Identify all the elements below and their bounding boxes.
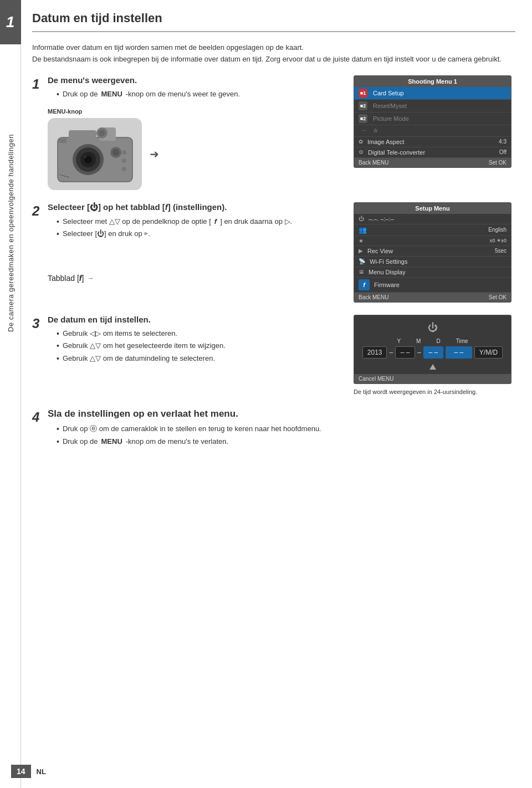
menu-item-tele-converter[interactable]: ⚙ Digital Tele-converter Off: [354, 147, 511, 158]
setup-icon-recview: ▶: [359, 248, 363, 254]
step-3-title: De datum en tijd instellen.: [48, 315, 345, 324]
setup-item-brightness[interactable]: ★ ±0 ☀±0: [354, 236, 511, 246]
step-1-bullets: Druk op de MENU-knop om de menu's weer t…: [48, 88, 345, 100]
page-lang: NL: [37, 767, 46, 776]
menu-item-reset[interactable]: ■2 Reset/Myset: [354, 100, 511, 112]
menu-icon-1: ■1: [359, 89, 367, 98]
menu-item-card-setup[interactable]: ■1 Card Setup: [354, 87, 511, 100]
step-2-bullets: Selecteer met △▽ op de pendelknop de opt…: [48, 216, 345, 241]
label-time: Time: [456, 338, 468, 344]
step-4-bullet-1: Druk op de MENU-knop om de menu's te ver…: [57, 436, 515, 448]
label-d: D: [436, 338, 440, 344]
step-3-bullet-0: Gebruik ◁▷ om items te selecteren.: [57, 328, 345, 340]
datetime-arrows: [377, 363, 488, 371]
step-1-panel: Shooting Menu 1 ■1 Card Setup ■2 Reset/M…: [354, 75, 515, 168]
datetime-cancel[interactable]: Cancel MENU: [359, 376, 393, 382]
menu-label-image-aspect: Image Aspect: [367, 139, 494, 145]
setup-item-recview[interactable]: ▶ Rec View 5sec: [354, 246, 511, 257]
sidebar-chapter-label: De camera gereedmaken en opeenvolgende h…: [0, 66, 21, 399]
step-1: 1 De menu's weergeven. Druk op de MENU-k…: [32, 75, 515, 190]
menu-icon-div: ⋯: [359, 127, 369, 135]
datetime-month[interactable]: – –: [395, 346, 415, 359]
datetime-day[interactable]: – –: [423, 346, 443, 359]
intro-text: Informatie over datum en tijd worden sam…: [32, 42, 515, 65]
svg-marker-18: [429, 364, 436, 370]
sidebar: 1 De camera gereedmaken en opeenvolgende…: [0, 0, 21, 788]
step-4-number: 4: [32, 410, 48, 425]
step-3-number: 3: [32, 316, 48, 331]
step-4-bullet-0: Druk op ⓔ om de cameraklok in te stellen…: [57, 423, 515, 435]
setup-item-firmware[interactable]: f Firmware: [354, 278, 511, 293]
step-4-body: Sla de instellingen op en verlaat het me…: [48, 408, 515, 448]
step-1-bullet-0: Druk op de MENU-knop om de menu's weer t…: [57, 88, 345, 100]
datetime-footer: Cancel MENU: [354, 374, 511, 383]
svg-rect-2: [69, 130, 96, 140]
page-footer: 14 NL: [11, 765, 46, 778]
step-2-panel: Setup Menu ⏻ –.–. –:–:– 👥 English ★: [354, 202, 515, 303]
menu-label-tele-converter: Digital Tele-converter: [368, 149, 495, 156]
step-3-panel: ⏻ Y M D Time 2013 – – – – – – – – Y: [354, 315, 515, 397]
setup-menu-footer: Back MENU Set OK: [354, 293, 511, 302]
datetime-format[interactable]: Y/M/D: [474, 346, 503, 359]
setup-label-menu-display: Menu Display: [369, 269, 507, 275]
step-2-bullet-0: Selecteer met △▽ op de pendelknop de opt…: [57, 216, 345, 228]
shooting-menu-footer: Back MENU Set OK: [354, 158, 511, 167]
tabblad-text: Tabblad [f]: [48, 274, 84, 283]
setup-footer-back: Back MENU: [359, 294, 388, 300]
page-number: 14: [11, 765, 31, 778]
menu-value-image-aspect: 4:3: [499, 139, 507, 145]
sep-1: –: [389, 349, 393, 356]
datetime-year[interactable]: 2013: [362, 346, 387, 359]
setup-label-wifi: Wi-Fi Settings: [370, 258, 507, 265]
step-4-bullets: Druk op ⓔ om de cameraklok in te stellen…: [48, 423, 515, 448]
tabblad-label-row: Tabblad [f] →: [48, 274, 345, 283]
setup-item-clock[interactable]: ⏻ –.–. –:–:–: [354, 214, 511, 224]
menu-knop-label: MENU-knop: [48, 108, 82, 115]
setup-menu-title: Setup Menu: [354, 203, 511, 214]
label-y: Y: [397, 338, 401, 344]
svg-point-10: [112, 149, 119, 156]
svg-point-8: [84, 156, 86, 158]
menu-icon-tele: ⚙: [359, 149, 364, 155]
setup-label-firmware: Firmware: [374, 282, 507, 288]
step-3-bullet-1: Gebruik △▽ om het geselecteerde item te …: [57, 340, 345, 352]
tabblad-arrow: →: [87, 274, 94, 282]
datetime-time[interactable]: – –: [446, 346, 472, 359]
menu-item-picture-mode[interactable]: ■2 Picture Mode: [354, 112, 511, 125]
menu-item-divider: ⋯ ☆: [354, 125, 511, 137]
label-m: M: [416, 338, 421, 344]
datetime-column-labels: Y M D Time: [360, 338, 505, 344]
menu-item-image-aspect[interactable]: ✿ Image Aspect 4:3: [354, 137, 511, 147]
step-1-number: 1: [32, 76, 48, 92]
step-1-title: De menu's weergeven.: [48, 75, 345, 85]
step-4: 4 Sla de instellingen op en verlaat het …: [32, 408, 515, 448]
svg-point-15: [99, 130, 105, 136]
setup-value-language: English: [488, 227, 507, 233]
setup-item-wifi[interactable]: 📡 Wi-Fi Settings: [354, 257, 511, 267]
datetime-values-row: 2013 – – – – – – – – Y/M/D: [360, 346, 505, 359]
shooting-menu-panel: Shooting Menu 1 ■1 Card Setup ■2 Reset/M…: [354, 75, 511, 168]
step-3-body: De datum en tijd instellen. Gebruik ◁▷ o…: [48, 315, 345, 365]
menu-label-card-setup: Card Setup: [373, 90, 502, 96]
footer-set: Set OK: [489, 160, 507, 166]
step1-arrow: ➜: [147, 147, 161, 161]
setup-label-clock: –.–. –:–:–: [369, 216, 507, 222]
menu-icon-aspect: ✿: [359, 139, 363, 145]
step-4-title: Sla de instellingen op en verlaat het me…: [48, 408, 515, 419]
chapter-number: 1: [0, 0, 21, 44]
svg-point-11: [122, 150, 126, 155]
setup-label-recview: Rec View: [367, 248, 490, 254]
step-3-bullet-2: Gebruik △▽ om de datumindeling te select…: [57, 352, 345, 365]
camera-svg: [52, 122, 138, 186]
step-3: 3 De datum en tijd instellen. Gebruik ◁▷…: [32, 315, 515, 397]
step-3-bullets: Gebruik ◁▷ om items te selecteren. Gebru…: [48, 328, 345, 365]
menu-label-star: ☆: [373, 127, 507, 134]
step-2: 2 Selecteer [⏻] op het tabblad [f] (inst…: [32, 202, 515, 303]
setup-value-recview: 5sec: [495, 248, 507, 254]
svg-rect-16: [59, 139, 66, 143]
setup-tab-indicator: f: [359, 279, 370, 290]
setup-item-menu-display[interactable]: 🖥 Menu Display: [354, 267, 511, 278]
sep-2: –: [417, 349, 421, 356]
setup-item-language[interactable]: 👥 English: [354, 224, 511, 236]
setup-menu-panel: Setup Menu ⏻ –.–. –:–:– 👥 English ★: [354, 202, 511, 303]
